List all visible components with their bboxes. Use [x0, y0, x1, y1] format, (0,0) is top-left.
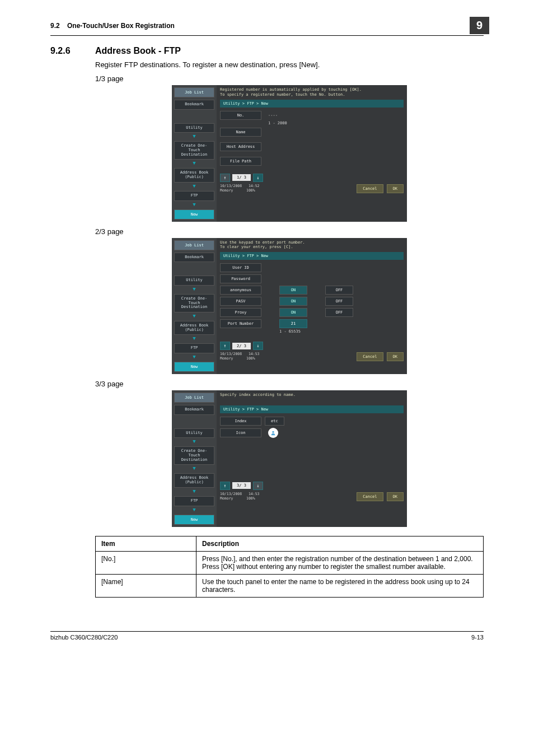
breadcrumb: Utility > FTP > New	[220, 252, 404, 260]
pasv-label: PASV	[220, 297, 261, 306]
job-list-button[interactable]: Job List	[174, 393, 214, 403]
new-button[interactable]: New	[174, 209, 214, 220]
ok-button[interactable]: OK	[387, 352, 404, 361]
footer-model: bizhub C360/C280/C220	[50, 634, 118, 641]
job-list-button[interactable]: Job List	[174, 87, 214, 97]
utility-button[interactable]: Utility	[174, 276, 214, 286]
arrow-down-icon: ▼	[174, 438, 214, 444]
table-head-item: Item	[96, 536, 196, 551]
mfp-screen-2: Job List Bookmark Utility ▼ Create One-T…	[172, 238, 407, 375]
ok-button[interactable]: OK	[387, 492, 404, 501]
file-path-button[interactable]: File Path	[220, 157, 261, 166]
breadcrumb: Utility > FTP > New	[220, 405, 404, 413]
ftp-button[interactable]: FTP	[174, 343, 214, 353]
create-one-touch-button[interactable]: Create One-Touch Destination	[174, 294, 214, 312]
no-value: ----	[268, 113, 278, 118]
table-row: [Name] Use the touch panel to enter the …	[96, 574, 484, 597]
arrow-down-icon: ▼	[174, 335, 214, 341]
hint-text: Specify index according to name.	[220, 393, 404, 398]
pager-up-button[interactable]: ↑	[220, 342, 230, 350]
bookmark-button[interactable]: Bookmark	[174, 253, 214, 263]
host-address-button[interactable]: Host Address	[220, 142, 261, 151]
utility-button[interactable]: Utility	[174, 428, 214, 438]
mfp-screen-1: Job List Bookmark Utility ▼ Create One-T…	[172, 85, 407, 222]
table-row: [No.] Press [No.], and then enter the re…	[96, 551, 484, 574]
cancel-button[interactable]: Cancel	[357, 352, 383, 361]
ok-button[interactable]: OK	[387, 184, 404, 193]
cancel-button[interactable]: Cancel	[357, 184, 383, 193]
status-footer: 10/13/2008 14:53 Memory 100%	[220, 352, 259, 361]
create-one-touch-button[interactable]: Create One-Touch Destination	[174, 141, 214, 160]
chapter-badge: 9	[470, 17, 489, 34]
cancel-button[interactable]: Cancel	[357, 492, 383, 501]
description-table: Item Description [No.] Press [No.], and …	[95, 536, 484, 598]
page-label-3: 3/3 page	[95, 380, 484, 388]
utility-button[interactable]: Utility	[174, 123, 214, 133]
password-button[interactable]: Password	[220, 274, 261, 283]
arrow-down-icon: ▼	[174, 354, 214, 360]
page-label-1: 1/3 page	[95, 74, 484, 83]
new-button[interactable]: New	[174, 515, 214, 525]
pager-down-button[interactable]: ↓	[253, 482, 263, 490]
arrow-down-icon: ▼	[174, 160, 214, 166]
pager-indicator: 3/ 3	[232, 482, 251, 489]
address-book-button[interactable]: Address Book (Public)	[174, 321, 214, 335]
etc-button[interactable]: etc	[265, 417, 284, 426]
status-footer: 10/13/2008 14:52 Memory 100%	[220, 184, 259, 193]
table-head-desc: Description	[196, 536, 484, 551]
section-number: 9.2.6	[50, 46, 95, 56]
no-range: 1 - 2000	[268, 121, 287, 125]
intro-text: Register FTP destinations. To register a…	[95, 60, 484, 69]
user-id-button[interactable]: User ID	[220, 263, 261, 272]
mfp-screen-3: Job List Bookmark Utility ▼ Create One-T…	[172, 390, 407, 527]
hint-text: Use the keypad to enter port number. To …	[220, 240, 404, 250]
svg-point-0	[272, 431, 274, 432]
port-range: 1 - 65535	[279, 329, 301, 334]
bookmark-button[interactable]: Bookmark	[174, 405, 214, 415]
section-title: Address Book - FTP	[95, 46, 181, 56]
pager-down-button[interactable]: ↓	[253, 174, 263, 182]
create-one-touch-button[interactable]: Create One-Touch Destination	[174, 446, 214, 465]
proxy-off-button[interactable]: OFF	[325, 308, 353, 317]
bookmark-button[interactable]: Bookmark	[174, 100, 214, 110]
index-button[interactable]: Index	[220, 417, 261, 426]
arrow-down-icon: ▼	[174, 202, 214, 207]
anonymous-label: anonymous	[220, 286, 261, 295]
no-button[interactable]: No.	[220, 111, 261, 120]
pasv-off-button[interactable]: OFF	[325, 297, 353, 306]
address-book-button[interactable]: Address Book (Public)	[174, 168, 214, 182]
breadcrumb: Utility > FTP > New	[220, 100, 404, 108]
proxy-label: Proxy	[220, 308, 261, 317]
arrow-down-icon: ▼	[174, 488, 214, 494]
arrow-down-icon: ▼	[174, 507, 214, 512]
hint-text: Registered number is automatically appli…	[220, 87, 404, 97]
ftp-button[interactable]: FTP	[174, 191, 214, 201]
new-button[interactable]: New	[174, 362, 214, 372]
name-button[interactable]: Name	[220, 128, 261, 137]
arrow-down-icon: ▼	[174, 313, 214, 319]
arrow-down-icon: ▼	[174, 133, 214, 139]
footer-page: 9-13	[471, 634, 484, 641]
pasv-on-button[interactable]: ON	[279, 297, 307, 306]
header-section: 9.2 One-Touch/User Box Registration	[50, 22, 175, 30]
job-list-button[interactable]: Job List	[174, 240, 214, 250]
arrow-down-icon: ▼	[174, 183, 214, 189]
proxy-on-button[interactable]: ON	[279, 308, 307, 317]
pager-up-button[interactable]: ↑	[220, 174, 230, 182]
port-number-value[interactable]: 21	[279, 319, 307, 328]
port-number-label: Port Number	[220, 319, 261, 328]
pager-indicator: 2/ 3	[232, 343, 251, 349]
arrow-down-icon: ▼	[174, 465, 214, 471]
anonymous-on-button[interactable]: ON	[279, 286, 307, 295]
pager-down-button[interactable]: ↓	[253, 342, 263, 350]
pager-up-button[interactable]: ↑	[220, 482, 230, 490]
page-label-2: 2/3 page	[95, 227, 484, 236]
arrow-down-icon: ▼	[174, 286, 214, 292]
status-footer: 10/13/2008 14:53 Memory 100%	[220, 492, 259, 501]
pager-indicator: 1/ 3	[232, 174, 251, 181]
address-book-button[interactable]: Address Book (Public)	[174, 473, 214, 487]
ftp-button[interactable]: FTP	[174, 496, 214, 506]
person-icon	[268, 428, 278, 438]
anonymous-off-button[interactable]: OFF	[325, 286, 353, 295]
icon-button[interactable]: Icon	[220, 428, 261, 437]
